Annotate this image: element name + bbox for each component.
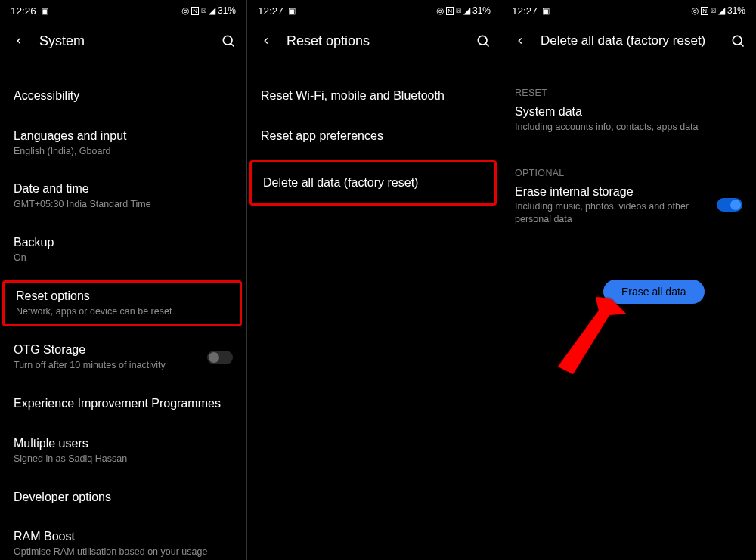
status-screenshot-icon: ▣ bbox=[542, 6, 550, 16]
panel-system: 12:26 ▣ ◎ N ☒ ◢ 31% System Accessibility… bbox=[0, 0, 246, 560]
item-backup[interactable]: BackupOn bbox=[0, 227, 246, 273]
panel-reset-options: 12:27 ▣ ◎ N ☒ ◢ 31% Reset options Reset … bbox=[246, 0, 501, 560]
page-title: System bbox=[39, 33, 221, 49]
svg-line-5 bbox=[741, 44, 744, 47]
item-erase-storage[interactable]: Erase internal storage Including music, … bbox=[501, 178, 756, 235]
section-reset-label: RESET bbox=[501, 88, 756, 98]
status-nfc-icon: N bbox=[191, 7, 199, 15]
status-hotspot-icon: ◎ bbox=[181, 5, 189, 16]
status-time: 12:26 bbox=[11, 5, 36, 17]
svg-point-2 bbox=[478, 36, 487, 45]
status-screenshot-icon: ▣ bbox=[41, 6, 48, 16]
search-icon[interactable] bbox=[221, 33, 236, 48]
svg-line-3 bbox=[486, 44, 489, 47]
appbar: Reset options bbox=[247, 21, 501, 60]
item-delete-all-data[interactable]: Delete all data (factory reset) bbox=[249, 160, 497, 206]
item-accessibility[interactable]: Accessibility bbox=[0, 80, 246, 113]
item-developer[interactable]: Developer options bbox=[0, 481, 246, 514]
status-signal-icon: ◢ bbox=[209, 5, 215, 16]
status-time: 12:27 bbox=[258, 5, 284, 17]
item-system-data: System data Including accounts info, con… bbox=[501, 98, 756, 142]
status-battery: 31% bbox=[472, 5, 491, 16]
svg-line-1 bbox=[231, 44, 234, 47]
content: Reset Wi-Fi, mobile and Bluetooth Reset … bbox=[247, 60, 501, 560]
appbar: Delete all data (factory reset) bbox=[501, 21, 756, 60]
erase-storage-toggle[interactable] bbox=[717, 198, 742, 212]
status-nfc-icon: N bbox=[701, 7, 708, 15]
status-volte-icon: ☒ bbox=[711, 8, 716, 14]
status-bar: 12:26 ▣ ◎ N ☒ ◢ 31% bbox=[0, 0, 246, 21]
item-reset-wifi[interactable]: Reset Wi-Fi, mobile and Bluetooth bbox=[247, 80, 501, 113]
item-datetime[interactable]: Date and timeGMT+05:30 India Standard Ti… bbox=[0, 173, 246, 219]
status-bar: 12:27 ▣ ◎ N ☒ ◢ 31% bbox=[501, 0, 756, 21]
item-multiple-users[interactable]: Multiple usersSigned in as Sadiq Hassan bbox=[0, 428, 246, 474]
item-languages[interactable]: Languages and inputEnglish (India), Gboa… bbox=[0, 120, 246, 166]
status-signal-icon: ◢ bbox=[463, 5, 470, 16]
svg-point-0 bbox=[223, 36, 232, 45]
item-experience[interactable]: Experience Improvement Programmes bbox=[0, 388, 246, 420]
item-reset-app-prefs[interactable]: Reset app preferences bbox=[247, 120, 501, 153]
appbar: System bbox=[0, 21, 246, 60]
page-title: Reset options bbox=[287, 33, 476, 49]
status-hotspot-icon: ◎ bbox=[436, 5, 444, 16]
svg-point-4 bbox=[733, 36, 742, 45]
content: Accessibility Languages and inputEnglish… bbox=[0, 60, 246, 560]
panel-factory-reset: 12:27 ▣ ◎ N ☒ ◢ 31% Delete all data (fac… bbox=[501, 0, 756, 560]
erase-all-data-button[interactable]: Erase all data bbox=[603, 280, 705, 304]
status-nfc-icon: N bbox=[446, 7, 454, 15]
search-icon[interactable] bbox=[730, 33, 745, 48]
status-battery: 31% bbox=[727, 5, 745, 16]
status-screenshot-icon: ▣ bbox=[288, 6, 296, 16]
item-reset-options[interactable]: Reset optionsNetwork, apps or device can… bbox=[2, 280, 242, 327]
back-icon[interactable] bbox=[261, 36, 271, 46]
status-time: 12:27 bbox=[512, 5, 538, 17]
otg-toggle[interactable] bbox=[207, 351, 233, 364]
status-volte-icon: ☒ bbox=[201, 8, 206, 14]
status-battery: 31% bbox=[218, 5, 236, 16]
item-ramboost[interactable]: RAM BoostOptimise RAM utilisation based … bbox=[0, 521, 246, 560]
status-bar: 12:27 ▣ ◎ N ☒ ◢ 31% bbox=[247, 0, 501, 21]
page-title: Delete all data (factory reset) bbox=[541, 33, 730, 48]
status-signal-icon: ◢ bbox=[718, 5, 725, 16]
status-volte-icon: ☒ bbox=[456, 8, 461, 14]
section-optional-label: OPTIONAL bbox=[501, 168, 756, 178]
content: RESET System data Including accounts inf… bbox=[501, 60, 756, 560]
back-icon[interactable] bbox=[515, 36, 525, 46]
status-hotspot-icon: ◎ bbox=[691, 5, 699, 16]
back-icon[interactable] bbox=[14, 36, 24, 46]
item-otg-storage[interactable]: OTG StorageTurn off after 10 minutes of … bbox=[0, 334, 246, 380]
search-icon[interactable] bbox=[476, 33, 491, 48]
